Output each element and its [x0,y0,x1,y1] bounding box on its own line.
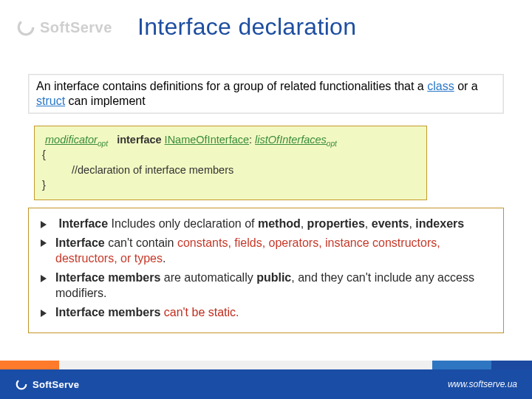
syntax-brace-close: } [42,177,419,192]
syntax-list-of-interfaces: listOfInterfaces [255,134,327,146]
brand-logo-top: SoftServe [16,18,112,37]
rule-item-2: Interface can't contain constants, field… [41,235,494,267]
stripe-orange [0,361,59,369]
rules-list: Interface Includes only declaration of m… [41,216,494,321]
struct-link[interactable]: struct [36,95,65,107]
syntax-box: modificatoropt interface INameOfInterfac… [34,126,427,200]
swirl-icon [16,18,35,37]
syntax-modificator-opt: opt [98,140,108,148]
syntax-comment: //declaration of interface members [42,163,419,177]
rule-item-3: Interface members are automatically publ… [41,270,494,301]
swirl-icon [15,378,28,391]
stripe-blue-2 [462,361,491,369]
definition-text-suffix: can implement [69,95,146,107]
definition-text-prefix: An interface contains definitions for a … [36,80,427,92]
footer-url: www.softserve.ua [448,379,517,389]
brand-logo-footer-text: SoftServe [33,379,79,390]
footer: SoftServe www.softserve.ua [0,361,532,399]
syntax-colon: : [249,134,252,146]
rule-item-4: Interface members can't be static. [41,304,494,321]
syntax-loi-opt: opt [327,140,337,148]
syntax-line-1: modificatoropt interface INameOfInterfac… [42,132,419,147]
svg-point-0 [18,20,33,35]
rules-box: Interface Includes only declaration of m… [28,208,504,333]
footer-stripe [0,361,532,369]
class-link[interactable]: class [427,80,454,92]
footer-bar: SoftServe www.softserve.ua [0,369,532,399]
svg-point-1 [17,380,27,389]
brand-logo-footer: SoftServe [15,378,79,391]
syntax-interface-name: INameOfInterface [165,134,249,146]
stripe-blue-3 [491,361,532,369]
slide-title: Interface declaration [137,13,356,41]
definition-text-mid: or a [457,80,478,92]
syntax-modificator: modificator [45,134,98,146]
definition-box: An interface contains definitions for a … [28,74,504,114]
stripe-blue-1 [432,361,462,369]
rule-item-1: Interface Includes only declaration of m… [41,216,494,232]
syntax-brace-open: { [42,147,419,162]
brand-logo-top-text: SoftServe [40,19,112,36]
syntax-keyword: interface [117,134,161,146]
stripe-gray [59,361,432,369]
